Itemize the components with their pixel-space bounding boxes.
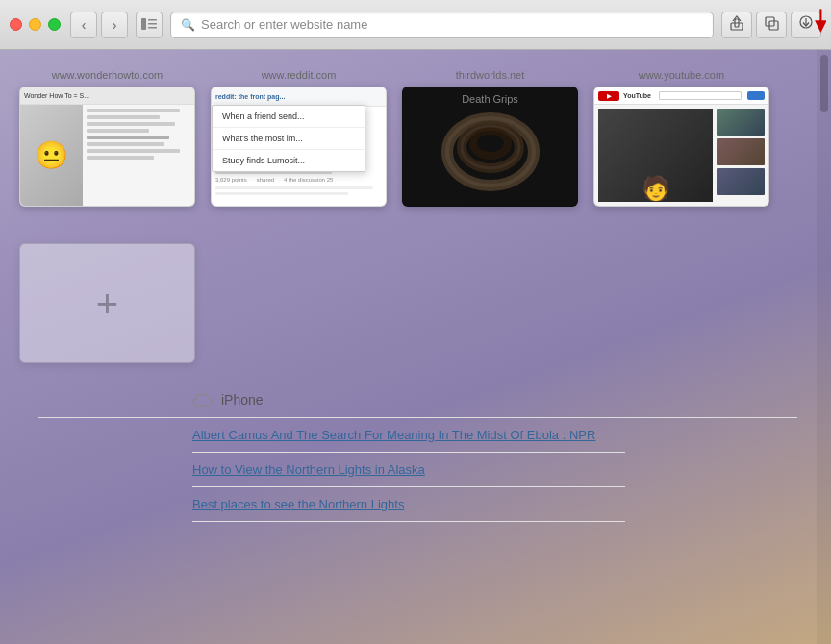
add-tab-button[interactable]: + [19, 243, 195, 363]
tab-title-wonderhowto: Wonder How To = S... [24, 92, 89, 99]
add-tab-card: + [19, 218, 195, 363]
titlebar: ‹ › 🔍 Search or enter website name [0, 0, 831, 50]
share-icon [730, 15, 743, 34]
back-button[interactable]: ‹ [70, 12, 97, 38]
tab-wonderhowto[interactable]: www.wonderhowto.com Wonder How To = S...… [19, 69, 195, 207]
address-bar[interactable]: 🔍 Search or enter website name [170, 12, 714, 38]
youtube-header: ▶ YouTube [594, 87, 768, 105]
svg-rect-0 [141, 18, 146, 30]
tab-url-deathgrips: thirdworlds.net [456, 69, 525, 81]
tab-preview-reddit[interactable]: reddit: the front pag... When a friend s… [211, 87, 387, 207]
tab-youtube[interactable]: www.youtube.com ▶ YouTube 🧑 [593, 69, 769, 207]
nav-buttons: ‹ › [70, 12, 128, 38]
sidebar-icon [141, 16, 157, 34]
youtube-person: 🧑 [642, 175, 670, 202]
reddit-dropdown-item-1[interactable]: What's the most im... [213, 128, 365, 150]
tab-topbar-wonderhowto: Wonder How To = S... [20, 87, 194, 105]
wonderhowto-text [83, 105, 194, 206]
iphone-link-0[interactable]: Albert Camus And The Search For Meaning … [192, 418, 625, 453]
content-area: www.wonderhowto.com Wonder How To = S...… [0, 50, 831, 644]
svg-rect-3 [148, 27, 157, 29]
tab-url-youtube: www.youtube.com [639, 69, 724, 81]
download-button[interactable] [791, 12, 821, 38]
tabs-row: www.wonderhowto.com Wonder How To = S...… [19, 69, 797, 207]
wonderhowto-thumbnail: 😐 [20, 105, 83, 206]
iphone-links: Albert Camus And The Search For Meaning … [38, 417, 797, 522]
face-emoji: 😐 [35, 139, 68, 171]
youtube-logo: ▶ [598, 91, 619, 101]
svg-point-14 [473, 131, 508, 156]
iphone-title: iPhone [221, 392, 264, 408]
icloud-icon [192, 393, 214, 408]
tabs-icon [765, 16, 779, 34]
tab-url-reddit: www.reddit.com [262, 69, 337, 81]
youtube-search-bar [659, 91, 742, 100]
main-area: www.wonderhowto.com Wonder How To = S...… [0, 50, 817, 644]
reddit-header: reddit: the front pag... [212, 87, 386, 107]
maximize-button[interactable] [48, 18, 61, 31]
svg-rect-2 [148, 23, 157, 25]
tab-reddit[interactable]: www.reddit.com reddit: the front pag... … [211, 69, 387, 207]
tab-url-wonderhowto: www.wonderhowto.com [52, 69, 164, 81]
forward-button[interactable]: › [101, 12, 128, 38]
reddit-dropdown: When a friend send... What's the most im… [212, 105, 365, 172]
download-icon [799, 15, 813, 34]
youtube-thumb-2 [717, 138, 765, 165]
scroll-thumb[interactable] [820, 55, 828, 112]
youtube-content: 🧑 [594, 105, 768, 206]
tab-preview-youtube[interactable]: ▶ YouTube 🧑 [593, 87, 769, 207]
address-placeholder: Search or enter website name [201, 17, 367, 32]
youtube-title-text: YouTube [623, 92, 651, 99]
close-button[interactable] [10, 18, 22, 31]
tab-deathgrips[interactable]: thirdworlds.net Death Grips [402, 69, 578, 207]
deathgrips-tab-title: Death Grips [403, 93, 577, 105]
wonderhowto-image: 😐 [20, 105, 83, 206]
svg-rect-1 [148, 19, 157, 21]
window-controls [10, 18, 61, 31]
youtube-sidebar-thumbs [717, 109, 765, 202]
tabs-button[interactable] [756, 12, 787, 38]
iphone-header: iPhone [38, 392, 797, 408]
search-icon: 🔍 [181, 18, 195, 32]
back-icon: ‹ [82, 17, 87, 33]
scrollbar[interactable] [817, 50, 831, 644]
deathgrips-snake-visual [433, 99, 548, 195]
tab-preview-deathgrips[interactable]: Death Grips [402, 87, 578, 207]
forward-icon: › [113, 17, 117, 33]
iphone-section: iPhone Albert Camus And The Search For M… [19, 392, 797, 522]
second-tabs-row: + [19, 218, 797, 363]
toolbar-right [721, 12, 821, 38]
youtube-thumb-3 [717, 168, 765, 195]
iphone-link-2[interactable]: Best places to see the Northern Lights [192, 487, 625, 522]
reddit-dropdown-item-2[interactable]: Study finds Lumosit... [213, 150, 365, 171]
tab-preview-wonderhowto[interactable]: Wonder How To = S... 😐 [19, 87, 195, 207]
minimize-button[interactable] [29, 18, 41, 31]
youtube-featured: 🧑 [598, 109, 713, 202]
wonderhowto-content: 😐 [20, 105, 194, 206]
youtube-thumb-1 [717, 109, 765, 136]
reddit-title: reddit: the front pag... [215, 93, 285, 100]
iphone-link-1[interactable]: How to View the Northern Lights in Alask… [192, 453, 625, 487]
youtube-sign-in [747, 91, 765, 100]
reddit-dropdown-item-0[interactable]: When a friend send... [213, 106, 365, 128]
sidebar-button[interactable] [136, 12, 163, 38]
share-button[interactable] [721, 12, 752, 38]
plus-icon: + [96, 285, 118, 323]
